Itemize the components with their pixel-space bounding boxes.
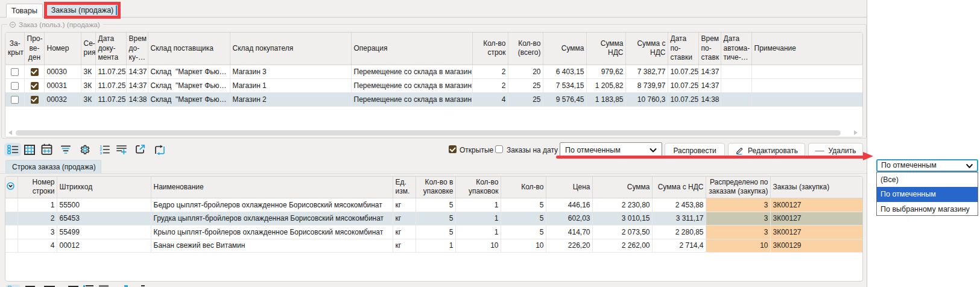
svg-text:3: 3 <box>100 151 102 154</box>
